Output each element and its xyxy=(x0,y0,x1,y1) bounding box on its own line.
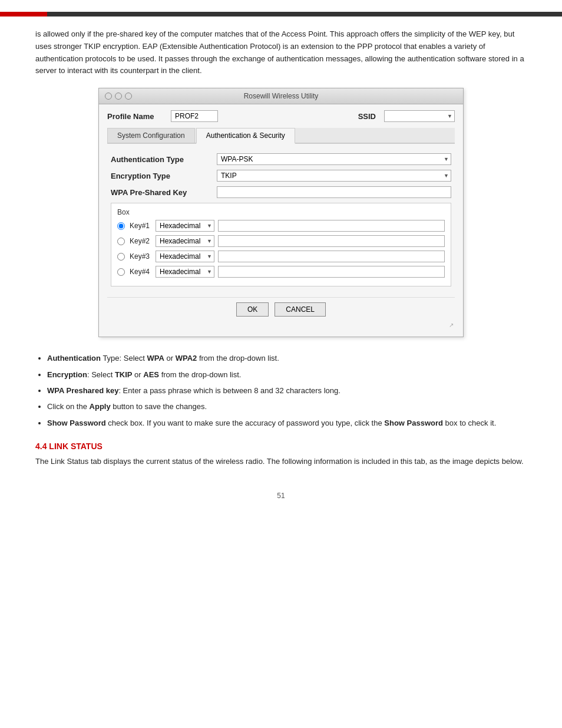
ok-button[interactable]: OK xyxy=(236,302,269,317)
encryption-type-row: Encryption Type TKIP AES xyxy=(111,170,451,182)
window-minimize-dot[interactable] xyxy=(115,93,122,100)
bullet-item-auth: Authentication Type: Select WPA or WPA2 … xyxy=(47,351,527,365)
key4-select[interactable]: Hexadecimal ASCII xyxy=(156,266,214,278)
key3-radio[interactable] xyxy=(117,253,125,261)
bullet-item-encryption: Encryption: Select TKIP or AES from the … xyxy=(47,368,527,381)
key2-select[interactable]: Hexadecimal ASCII xyxy=(156,235,214,247)
auth-type-label: Authentication Type xyxy=(111,155,217,164)
key2-name: Key#2 xyxy=(130,237,152,245)
key1-name: Key#1 xyxy=(130,222,152,230)
window-titlebar: Rosewill Wireless Utility xyxy=(99,88,463,104)
window-controls xyxy=(105,93,132,100)
top-bar xyxy=(0,12,562,17)
tab-authentication-security[interactable]: Authentication & Security xyxy=(196,128,295,144)
wpa-key-label: WPA Pre-Shared Key xyxy=(111,188,217,197)
section-body: The Link Status tab displays the current… xyxy=(35,456,527,468)
window-maximize-dot[interactable] xyxy=(125,93,132,100)
key3-name: Key#3 xyxy=(130,252,152,261)
box-section: Box Key#1 Hexadecimal ASCII xyxy=(111,203,451,286)
profile-row: Profile Name SSID xyxy=(107,110,455,122)
key1-row: Key#1 Hexadecimal ASCII xyxy=(117,220,445,232)
profile-name-label: Profile Name xyxy=(107,112,166,121)
tab-system-configuration[interactable]: System Configuration xyxy=(107,128,195,143)
key2-select-wrapper: Hexadecimal ASCII xyxy=(156,235,214,247)
key1-select[interactable]: Hexadecimal ASCII xyxy=(156,220,214,232)
intro-text: is allowed only if the pre-shared key of… xyxy=(35,28,527,77)
profile-name-input[interactable] xyxy=(171,110,218,122)
key4-input[interactable] xyxy=(218,266,445,278)
key4-radio[interactable] xyxy=(117,268,125,276)
encryption-type-select-wrapper: TKIP AES xyxy=(217,170,451,182)
key4-name: Key#4 xyxy=(130,268,152,276)
bullet-item-wpa-key: WPA Preshared key: Enter a pass phrase w… xyxy=(47,384,527,397)
key3-select-wrapper: Hexadecimal ASCII xyxy=(156,251,214,262)
ssid-label: SSID xyxy=(358,112,376,121)
section-heading: 4.4 LINK STATUS xyxy=(35,442,527,451)
auth-type-row: Authentication Type WPA-PSK WPA2-PSK Ope… xyxy=(111,153,451,165)
key1-select-wrapper: Hexadecimal ASCII xyxy=(156,220,214,232)
ssid-select[interactable] xyxy=(384,110,455,122)
bullet-item-show-password: Show Password check box. If you want to … xyxy=(47,416,527,430)
wpa-key-input[interactable] xyxy=(217,186,451,198)
key2-radio[interactable] xyxy=(117,238,125,245)
bullet-list: Authentication Type: Select WPA or WPA2 … xyxy=(47,351,527,430)
box-label: Box xyxy=(117,208,445,216)
key3-input[interactable] xyxy=(218,251,445,262)
utility-window: Rosewill Wireless Utility Profile Name S… xyxy=(98,88,464,337)
page-number: 51 xyxy=(35,492,527,500)
auth-type-select-wrapper: WPA-PSK WPA2-PSK Open xyxy=(217,153,451,165)
wpa-key-row: WPA Pre-Shared Key xyxy=(111,186,451,198)
encryption-type-select[interactable]: TKIP AES xyxy=(217,170,451,182)
key4-row: Key#4 Hexadecimal ASCII xyxy=(117,266,445,278)
key4-select-wrapper: Hexadecimal ASCII xyxy=(156,266,214,278)
auth-type-select[interactable]: WPA-PSK WPA2-PSK Open xyxy=(217,153,451,165)
page-container: is allowed only if the pre-shared key of… xyxy=(0,0,562,523)
key3-row: Key#3 Hexadecimal ASCII xyxy=(117,251,445,262)
resize-handle: ↗ xyxy=(107,321,455,328)
key3-select[interactable]: Hexadecimal ASCII xyxy=(156,251,214,262)
ssid-select-wrapper xyxy=(384,110,455,122)
window-close-dot[interactable] xyxy=(105,93,112,100)
key2-input[interactable] xyxy=(218,235,445,247)
window-title: Rosewill Wireless Utility xyxy=(244,92,319,100)
buttons-row: OK CANCEL xyxy=(107,297,455,321)
bullet-item-apply: Click on the Apply button to save the ch… xyxy=(47,400,527,413)
encryption-type-label: Encryption Type xyxy=(111,172,217,180)
window-body: Profile Name SSID System Configuration A… xyxy=(99,104,463,337)
key2-row: Key#2 Hexadecimal ASCII xyxy=(117,235,445,247)
form-section: Authentication Type WPA-PSK WPA2-PSK Ope… xyxy=(107,151,455,289)
key1-input[interactable] xyxy=(218,220,445,232)
tabs-row: System Configuration Authentication & Se… xyxy=(107,128,455,144)
cancel-button[interactable]: CANCEL xyxy=(275,302,326,317)
key1-radio[interactable] xyxy=(117,222,125,230)
